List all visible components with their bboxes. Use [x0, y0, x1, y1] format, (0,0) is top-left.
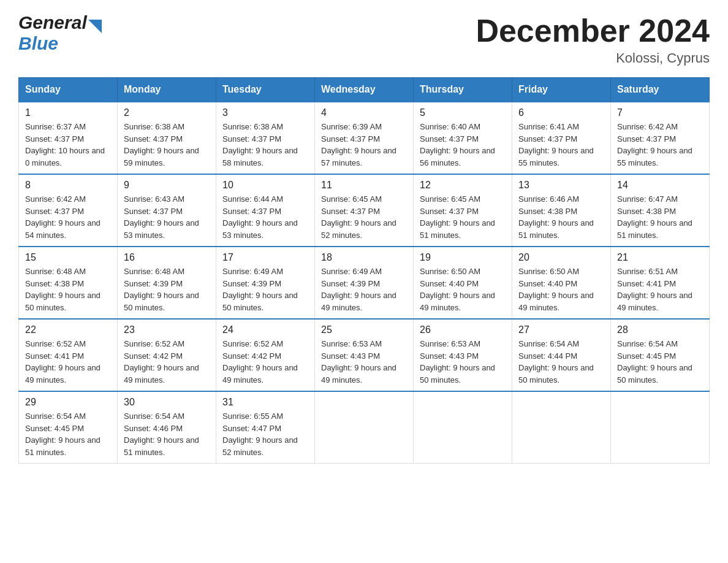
- daylight-label: Daylight: 9 hours and 53 minutes.: [124, 218, 199, 240]
- table-row: 12 Sunrise: 6:45 AM Sunset: 4:37 PM Dayl…: [414, 174, 512, 247]
- daylight-label: Daylight: 9 hours and 53 minutes.: [222, 218, 298, 240]
- day-info: Sunrise: 6:38 AM Sunset: 4:37 PM Dayligh…: [124, 121, 210, 169]
- sunrise-label: Sunrise: 6:50 AM: [518, 267, 579, 276]
- sunrise-label: Sunrise: 6:45 AM: [420, 194, 480, 204]
- calendar-subtitle: Kolossi, Cyprus: [476, 50, 710, 66]
- daylight-label: Daylight: 9 hours and 49 minutes.: [25, 363, 100, 385]
- calendar-week-row: 1 Sunrise: 6:37 AM Sunset: 4:37 PM Dayli…: [19, 102, 710, 174]
- sunrise-label: Sunrise: 6:37 AM: [25, 122, 86, 131]
- table-row: 5 Sunrise: 6:40 AM Sunset: 4:37 PM Dayli…: [414, 102, 512, 174]
- table-row: 24 Sunrise: 6:52 AM Sunset: 4:42 PM Dayl…: [216, 319, 315, 391]
- day-number: 10: [222, 180, 308, 191]
- day-info: Sunrise: 6:42 AM Sunset: 4:37 PM Dayligh…: [617, 121, 703, 169]
- sunset-label: Sunset: 4:37 PM: [124, 134, 183, 144]
- day-number: 27: [518, 324, 604, 335]
- sunset-label: Sunset: 4:41 PM: [617, 279, 676, 288]
- day-number: 3: [222, 107, 308, 118]
- sunset-label: Sunset: 4:40 PM: [518, 279, 577, 288]
- sunrise-label: Sunrise: 6:46 AM: [518, 194, 579, 204]
- daylight-label: Daylight: 9 hours and 49 minutes.: [222, 363, 298, 385]
- daylight-label: Daylight: 9 hours and 50 minutes.: [518, 363, 594, 385]
- sunset-label: Sunset: 4:45 PM: [25, 424, 84, 433]
- daylight-label: Daylight: 9 hours and 54 minutes.: [25, 218, 100, 240]
- daylight-label: Daylight: 9 hours and 55 minutes.: [617, 146, 692, 167]
- sunrise-label: Sunrise: 6:42 AM: [25, 194, 86, 204]
- sunset-label: Sunset: 4:39 PM: [222, 279, 281, 288]
- day-number: 7: [617, 107, 703, 118]
- daylight-label: Daylight: 9 hours and 50 minutes.: [25, 291, 100, 312]
- logo-blue-text: Blue: [18, 33, 58, 53]
- day-info: Sunrise: 6:46 AM Sunset: 4:38 PM Dayligh…: [518, 193, 604, 241]
- daylight-label: Daylight: 9 hours and 52 minutes.: [222, 435, 298, 457]
- table-row: 22 Sunrise: 6:52 AM Sunset: 4:41 PM Dayl…: [19, 319, 118, 391]
- sunset-label: Sunset: 4:37 PM: [222, 134, 281, 144]
- daylight-label: Daylight: 9 hours and 55 minutes.: [518, 146, 594, 167]
- table-row: 17 Sunrise: 6:49 AM Sunset: 4:39 PM Dayl…: [216, 247, 315, 319]
- day-info: Sunrise: 6:54 AM Sunset: 4:44 PM Dayligh…: [518, 338, 604, 386]
- sunset-label: Sunset: 4:38 PM: [25, 279, 84, 288]
- sunrise-label: Sunrise: 6:54 AM: [617, 339, 678, 348]
- sunset-label: Sunset: 4:37 PM: [222, 207, 281, 216]
- day-info: Sunrise: 6:41 AM Sunset: 4:37 PM Dayligh…: [518, 121, 604, 169]
- daylight-label: Daylight: 9 hours and 51 minutes.: [420, 218, 495, 240]
- table-row: 27 Sunrise: 6:54 AM Sunset: 4:44 PM Dayl…: [512, 319, 611, 391]
- sunrise-label: Sunrise: 6:43 AM: [124, 194, 184, 204]
- table-row: 13 Sunrise: 6:46 AM Sunset: 4:38 PM Dayl…: [512, 174, 611, 247]
- daylight-label: Daylight: 9 hours and 52 minutes.: [321, 218, 396, 240]
- sunset-label: Sunset: 4:41 PM: [25, 351, 84, 361]
- table-row: 4 Sunrise: 6:39 AM Sunset: 4:37 PM Dayli…: [315, 102, 414, 174]
- day-info: Sunrise: 6:43 AM Sunset: 4:37 PM Dayligh…: [124, 193, 210, 241]
- day-number: 24: [222, 324, 308, 335]
- day-number: 30: [124, 397, 210, 408]
- day-info: Sunrise: 6:38 AM Sunset: 4:37 PM Dayligh…: [222, 121, 308, 169]
- day-number: 18: [321, 252, 407, 263]
- day-info: Sunrise: 6:53 AM Sunset: 4:43 PM Dayligh…: [420, 338, 506, 386]
- sunset-label: Sunset: 4:37 PM: [124, 207, 183, 216]
- sunset-label: Sunset: 4:43 PM: [321, 351, 380, 361]
- table-row: [512, 391, 611, 464]
- day-info: Sunrise: 6:53 AM Sunset: 4:43 PM Dayligh…: [321, 338, 407, 386]
- table-row: 18 Sunrise: 6:49 AM Sunset: 4:39 PM Dayl…: [315, 247, 414, 319]
- day-info: Sunrise: 6:54 AM Sunset: 4:46 PM Dayligh…: [124, 410, 210, 458]
- calendar-week-row: 29 Sunrise: 6:54 AM Sunset: 4:45 PM Dayl…: [19, 391, 710, 464]
- day-number: 11: [321, 180, 407, 191]
- table-row: 30 Sunrise: 6:54 AM Sunset: 4:46 PM Dayl…: [118, 391, 216, 464]
- day-number: 19: [420, 252, 506, 263]
- day-info: Sunrise: 6:48 AM Sunset: 4:39 PM Dayligh…: [124, 266, 210, 313]
- sunset-label: Sunset: 4:37 PM: [518, 134, 577, 144]
- sunset-label: Sunset: 4:39 PM: [124, 279, 183, 288]
- sunrise-label: Sunrise: 6:41 AM: [518, 122, 579, 131]
- sunset-label: Sunset: 4:42 PM: [222, 351, 281, 361]
- sunset-label: Sunset: 4:37 PM: [617, 134, 676, 144]
- table-row: 2 Sunrise: 6:38 AM Sunset: 4:37 PM Dayli…: [118, 102, 216, 174]
- day-number: 1: [25, 107, 111, 118]
- day-number: 21: [617, 252, 703, 263]
- table-row: 28 Sunrise: 6:54 AM Sunset: 4:45 PM Dayl…: [611, 319, 710, 391]
- col-tuesday: Tuesday: [216, 78, 315, 102]
- daylight-label: Daylight: 9 hours and 49 minutes.: [617, 291, 692, 312]
- table-row: 9 Sunrise: 6:43 AM Sunset: 4:37 PM Dayli…: [118, 174, 216, 247]
- table-row: 8 Sunrise: 6:42 AM Sunset: 4:37 PM Dayli…: [19, 174, 118, 247]
- day-number: 26: [420, 324, 506, 335]
- sunrise-label: Sunrise: 6:44 AM: [222, 194, 283, 204]
- table-row: [414, 391, 512, 464]
- day-number: 2: [124, 107, 210, 118]
- table-row: 20 Sunrise: 6:50 AM Sunset: 4:40 PM Dayl…: [512, 247, 611, 319]
- day-number: 25: [321, 324, 407, 335]
- day-number: 22: [25, 324, 111, 335]
- day-info: Sunrise: 6:45 AM Sunset: 4:37 PM Dayligh…: [321, 193, 407, 241]
- sunset-label: Sunset: 4:37 PM: [321, 207, 380, 216]
- table-row: 1 Sunrise: 6:37 AM Sunset: 4:37 PM Dayli…: [19, 102, 118, 174]
- svg-marker-0: [88, 20, 102, 33]
- daylight-label: Daylight: 9 hours and 50 minutes.: [124, 291, 199, 312]
- col-wednesday: Wednesday: [315, 78, 414, 102]
- day-info: Sunrise: 6:40 AM Sunset: 4:37 PM Dayligh…: [420, 121, 506, 169]
- day-info: Sunrise: 6:49 AM Sunset: 4:39 PM Dayligh…: [222, 266, 308, 313]
- day-number: 12: [420, 180, 506, 191]
- table-row: 7 Sunrise: 6:42 AM Sunset: 4:37 PM Dayli…: [611, 102, 710, 174]
- col-sunday: Sunday: [19, 78, 118, 102]
- day-info: Sunrise: 6:48 AM Sunset: 4:38 PM Dayligh…: [25, 266, 111, 313]
- day-number: 28: [617, 324, 703, 335]
- table-row: 25 Sunrise: 6:53 AM Sunset: 4:43 PM Dayl…: [315, 319, 414, 391]
- sunrise-label: Sunrise: 6:48 AM: [124, 267, 184, 276]
